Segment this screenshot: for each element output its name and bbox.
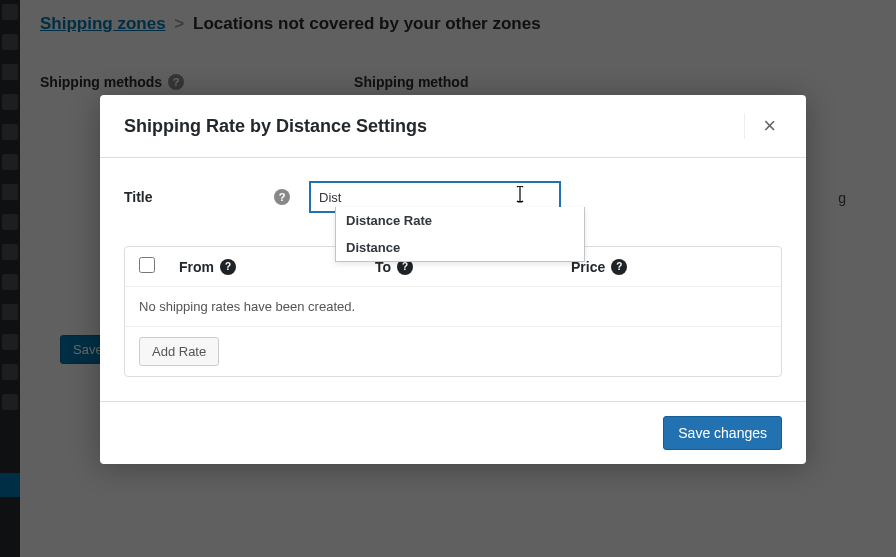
modal-footer: Save changes [100, 401, 806, 464]
modal-title: Shipping Rate by Distance Settings [124, 116, 427, 137]
autocomplete-dropdown: Distance Rate Distance [335, 207, 585, 262]
help-icon[interactable]: ? [220, 259, 236, 275]
modal-body: Title ? From ? To ? Price ? [100, 158, 806, 401]
rates-table-footer: Add Rate [125, 327, 781, 376]
rates-table: From ? To ? Price ? No shipping rates ha… [124, 246, 782, 377]
autocomplete-option[interactable]: Distance Rate [336, 207, 584, 234]
rates-empty-message: No shipping rates have been created. [125, 287, 781, 327]
modal-header: Shipping Rate by Distance Settings × [100, 95, 806, 158]
help-icon[interactable]: ? [274, 189, 290, 205]
settings-modal: Shipping Rate by Distance Settings × Tit… [100, 95, 806, 464]
col-price: Price ? [571, 259, 767, 275]
add-rate-button[interactable]: Add Rate [139, 337, 219, 366]
autocomplete-option[interactable]: Distance [336, 234, 584, 261]
select-all-checkbox[interactable] [139, 257, 155, 273]
help-icon[interactable]: ? [611, 259, 627, 275]
close-icon[interactable]: × [744, 113, 782, 139]
title-label: Title ? [124, 189, 290, 205]
save-button[interactable]: Save changes [663, 416, 782, 450]
